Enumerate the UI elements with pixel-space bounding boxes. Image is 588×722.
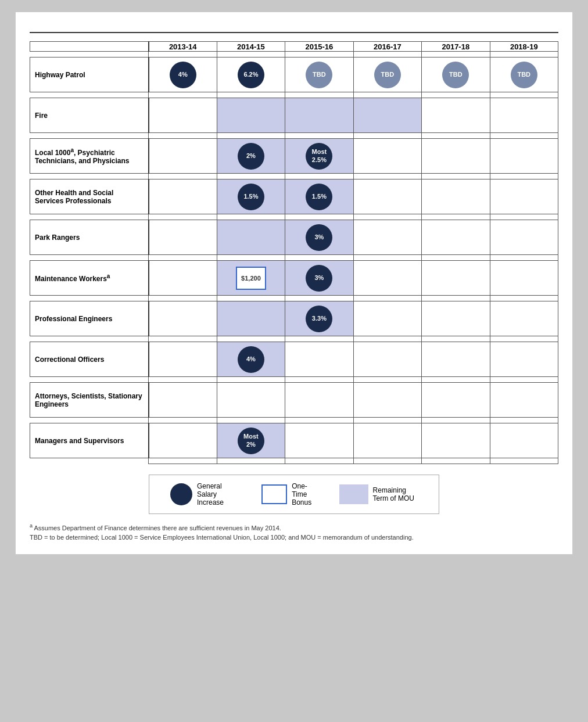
data-row-maintenance: Maintenance Workersa$1,2003% (30, 261, 558, 296)
cell-maintenance-col5 (422, 261, 490, 296)
cell-park-rangers-col2 (217, 220, 285, 255)
cell-attorneys-col4 (353, 383, 421, 418)
cell-attorneys-col1 (149, 383, 217, 418)
cell-park-rangers-col5 (422, 220, 490, 255)
data-row-fire: Fire (30, 98, 558, 133)
data-row-professional-engineers: Professional Engineers3.3% (30, 301, 558, 336)
cell-park-rangers-col4 (353, 220, 421, 255)
badge-highway-patrol-col1: 4% (170, 62, 196, 88)
col-header-2013: 2013-14 (149, 42, 217, 52)
row-spacer-fire (30, 92, 558, 98)
page: 2013-14 2014-15 2015-16 2016-17 2017-18 … (15, 12, 573, 555)
legend-salary-label: General Salary Increase (197, 482, 243, 507)
badge-highway-patrol-col3: TBD (306, 62, 332, 88)
cell-correctional-officers-col6 (490, 342, 558, 377)
cell-park-rangers-col1 (149, 220, 217, 255)
badge-professional-engineers-col3: 3.3% (306, 306, 332, 332)
row-label-other-health: Other Health and Social Services Profess… (30, 179, 149, 214)
row-label-highway-patrol: Highway Patrol (30, 58, 149, 92)
badge-highway-patrol-col5: TBD (442, 62, 469, 88)
row-label-fire: Fire (30, 98, 149, 133)
badge-box-maintenance-col2: $1,200 (236, 267, 266, 290)
cell-professional-engineers-col5 (422, 301, 490, 336)
cell-maintenance-col6 (490, 261, 558, 296)
figure-title (30, 26, 558, 33)
cell-highway-patrol-col5: TBD (422, 58, 490, 92)
badge-park-rangers-col3: 3% (306, 224, 332, 251)
cell-park-rangers-col3: 3% (285, 220, 353, 255)
badge-managers-col2: Most2% (238, 428, 264, 454)
cell-local1000-col5 (422, 139, 490, 174)
cell-correctional-officers-col5 (422, 342, 490, 377)
badge-highway-patrol-col2: 6.2% (238, 62, 264, 88)
legend-bonus-label: One-Time Bonus (292, 482, 320, 507)
badge-local1000-col2: 2% (238, 143, 264, 170)
col-header-2017: 2017-18 (422, 42, 490, 52)
row-label-correctional-officers: Correctional Officers (30, 342, 149, 377)
badge-other-health-col2: 1.5% (238, 184, 264, 210)
cell-managers-col3 (285, 423, 353, 458)
cell-correctional-officers-col4 (353, 342, 421, 377)
cell-maintenance-col3: 3% (285, 261, 353, 296)
cell-managers-col5 (422, 423, 490, 458)
row-label-maintenance: Maintenance Workersa (30, 261, 149, 296)
cell-managers-col2: Most2% (217, 423, 285, 458)
cell-park-rangers-col6 (490, 220, 558, 255)
row-spacer-other-health (30, 174, 558, 179)
cell-local1000-col2: 2% (217, 139, 285, 174)
cell-other-health-col2: 1.5% (217, 179, 285, 214)
badge-highway-patrol-col4: TBD (374, 62, 401, 88)
col-header-2018: 2018-19 (490, 42, 558, 52)
legend: General Salary Increase One-Time Bonus R… (149, 475, 439, 514)
cell-other-health-col5 (422, 179, 490, 214)
cell-managers-col6 (490, 423, 558, 458)
col-header-2016: 2016-17 (353, 42, 421, 52)
col-header-label (30, 42, 149, 52)
cell-attorneys-col3 (285, 383, 353, 418)
data-row-managers: Managers and SupervisorsMost2% (30, 423, 558, 458)
cell-fire-col1 (149, 98, 217, 133)
row-spacer-attorneys (30, 377, 558, 383)
row-spacer-managers (30, 418, 558, 423)
cell-highway-patrol-col2: 6.2% (217, 58, 285, 92)
badge-correctional-officers-col2: 4% (238, 346, 264, 373)
cell-other-health-col4 (353, 179, 421, 214)
cell-maintenance-col1 (149, 261, 217, 296)
badge-maintenance-col3: 3% (306, 265, 332, 292)
data-row-local1000: Local 1000a, Psychiatric Technicians, an… (30, 139, 558, 174)
cell-highway-patrol-col6: TBD (490, 58, 558, 92)
cell-local1000-col3: Most2.5% (285, 139, 353, 174)
footnote-1: a Assumes Department of Finance determin… (30, 522, 558, 533)
row-spacer-professional-engineers (30, 296, 558, 301)
data-row-other-health: Other Health and Social Services Profess… (30, 179, 558, 214)
footnote-2: TBD = to be determined; Local 1000 = Ser… (30, 533, 558, 543)
data-row-correctional-officers: Correctional Officers4% (30, 342, 558, 377)
row-spacer-correctional-officers (30, 336, 558, 342)
cell-fire-col4 (353, 98, 421, 133)
data-row-attorneys: Attorneys, Scientists, Stationary Engine… (30, 383, 558, 418)
cell-professional-engineers-col1 (149, 301, 217, 336)
legend-shaded-icon (339, 484, 368, 504)
row-spacer-highway-patrol (30, 52, 558, 58)
cell-professional-engineers-col6 (490, 301, 558, 336)
legend-item-salary: General Salary Increase (170, 482, 243, 507)
cell-attorneys-col6 (490, 383, 558, 418)
cell-other-health-col6 (490, 179, 558, 214)
cell-professional-engineers-col2 (217, 301, 285, 336)
cell-fire-col5 (422, 98, 490, 133)
data-row-park-rangers: Park Rangers3% (30, 220, 558, 255)
cell-professional-engineers-col3: 3.3% (285, 301, 353, 336)
row-label-attorneys: Attorneys, Scientists, Stationary Engine… (30, 383, 149, 418)
cell-correctional-officers-col1 (149, 342, 217, 377)
cell-fire-col6 (490, 98, 558, 133)
row-label-managers: Managers and Supervisors (30, 423, 149, 458)
cell-attorneys-col2 (217, 383, 285, 418)
cell-local1000-col1 (149, 139, 217, 174)
cell-other-health-col3: 1.5% (285, 179, 353, 214)
row-label-park-rangers: Park Rangers (30, 220, 149, 255)
row-spacer-park-rangers (30, 214, 558, 220)
legend-box-icon (261, 484, 287, 504)
legend-item-mou: Remaining Term of MOU (339, 484, 418, 504)
row-label-local1000: Local 1000a, Psychiatric Technicians, an… (30, 139, 149, 174)
badge-local1000-col3: Most2.5% (306, 143, 332, 170)
